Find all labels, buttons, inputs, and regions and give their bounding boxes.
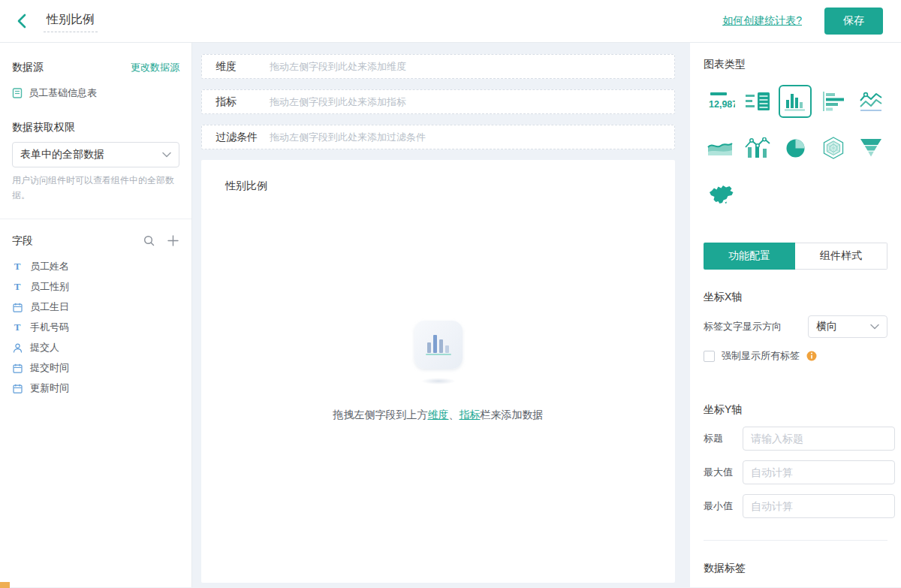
field-item[interactable]: T 员工性别: [12, 277, 179, 297]
field-item[interactable]: 更新时间: [12, 378, 179, 399]
field-item[interactable]: 提交时间: [12, 358, 179, 378]
change-datasource-link[interactable]: 更改数据源: [131, 61, 179, 74]
chart-type-horizontal-bar[interactable]: [817, 85, 850, 118]
bar-chart-icon: [784, 91, 806, 112]
corner-accent: [0, 582, 10, 588]
placeholder-shadow: [421, 378, 456, 384]
text-field-icon: T: [12, 322, 23, 333]
china-map-icon: [707, 183, 734, 206]
data-label-section-label: 数据标签: [704, 562, 887, 575]
tab-component-style[interactable]: 组件样式: [795, 243, 887, 270]
pie-chart-icon: [785, 138, 806, 158]
y-title-input[interactable]: [743, 427, 895, 451]
label-direction-select[interactable]: 横向: [808, 315, 887, 338]
field-item-label: 员工性别: [30, 280, 69, 294]
force-labels-checkbox[interactable]: [704, 351, 715, 362]
chart-type-bar[interactable]: [779, 85, 812, 118]
calendar-icon: [12, 302, 23, 312]
label-direction-label: 标签文字显示方向: [704, 320, 782, 333]
top-bar: 性别比例 如何创建统计表? 保存: [0, 0, 901, 43]
number-icon-text: 12,987: [709, 99, 735, 110]
search-icon: [143, 235, 155, 246]
y-axis-label: 坐标Y轴: [704, 403, 887, 417]
y-min-input[interactable]: [743, 494, 895, 518]
chart-type-label: 图表类型: [704, 58, 887, 71]
filter-label: 过滤条件: [215, 131, 270, 144]
chart-type-table[interactable]: [741, 85, 774, 118]
chart-canvas: 维度 拖动左侧字段到此处来添加维度 指标 拖动左侧字段到此处来添加指标 过滤条件…: [192, 43, 681, 587]
info-icon[interactable]: [806, 351, 817, 361]
chart-type-area[interactable]: [704, 131, 737, 164]
field-item[interactable]: 员工生日: [12, 297, 179, 318]
y-title-label: 标题: [704, 432, 743, 445]
add-field-button[interactable]: [166, 234, 179, 248]
datasource-table-name: 员工基础信息表: [29, 86, 97, 100]
tab-function-config[interactable]: 功能配置: [704, 243, 795, 270]
line-chart-icon: [859, 91, 883, 112]
chart-type-number[interactable]: 12,987: [704, 85, 737, 118]
funnel-chart-icon: [860, 138, 882, 158]
field-item[interactable]: T 手机号码: [12, 318, 179, 338]
label-direction-value: 横向: [816, 320, 837, 333]
chevron-left-icon: [16, 14, 28, 29]
search-field-button[interactable]: [142, 234, 155, 248]
x-axis-label: 坐标X轴: [704, 291, 887, 304]
chevron-down-icon: [162, 152, 171, 158]
chart-type-combo[interactable]: [741, 131, 774, 164]
text-field-icon: T: [12, 261, 23, 272]
field-item-label: 更新时间: [30, 381, 69, 395]
chart-type-funnel[interactable]: [854, 131, 887, 164]
config-panel: 图表类型 12,987: [690, 43, 901, 587]
combo-chart-icon: [744, 137, 771, 158]
y-max-label: 最大值: [704, 466, 743, 479]
permission-select[interactable]: 表单中的全部数据: [12, 142, 179, 167]
metric-label: 指标: [215, 95, 270, 109]
user-icon: [12, 342, 23, 353]
filter-placeholder: 拖动左侧字段到此处来添加过滤条件: [270, 131, 426, 144]
dimension-label: 维度: [215, 60, 270, 74]
datasource-table-row: 员工基础信息表: [12, 86, 179, 100]
metric-dropzone[interactable]: 指标 拖动左侧字段到此处来添加指标: [201, 89, 675, 114]
empty-chart-icon-box: [414, 321, 463, 369]
chart-type-pie[interactable]: [779, 131, 812, 164]
force-labels-label: 强制显示所有标签: [722, 349, 800, 363]
filter-dropzone[interactable]: 过滤条件 拖动左侧字段到此处来添加过滤条件: [201, 125, 675, 149]
force-labels-checkbox-row[interactable]: 强制显示所有标签: [704, 349, 887, 363]
empty-chart-hint: 拖拽左侧字段到上方维度、指标栏来添加数据: [333, 409, 544, 422]
number-card-icon: 12,987: [705, 90, 735, 113]
text-field-icon: T: [12, 282, 23, 292]
save-button[interactable]: 保存: [824, 8, 883, 35]
permission-description: 用户访问组件时可以查看组件中的全部数据。: [12, 173, 179, 204]
help-link[interactable]: 如何创建统计表?: [722, 14, 802, 28]
config-tabs: 功能配置 组件样式: [704, 243, 887, 270]
hint-prefix: 拖拽左侧字段到上方: [333, 409, 428, 421]
field-item-label: 员工生日: [30, 300, 69, 314]
show-data-label-text: 显示数据标签: [722, 586, 780, 587]
dimension-dropzone[interactable]: 维度 拖动左侧字段到此处来添加维度: [201, 54, 675, 79]
dimension-hint-link[interactable]: 维度: [428, 409, 449, 421]
plus-icon: [167, 235, 179, 246]
radar-chart-icon: [822, 137, 845, 159]
y-max-input[interactable]: [743, 460, 895, 484]
left-sidebar: 数据源 更改数据源 员工基础信息表 数据获取权限 表单中的全部数据 用户访问组件…: [0, 43, 192, 587]
sidebar-divider: [0, 219, 191, 219]
field-item[interactable]: T 员工姓名: [12, 257, 179, 277]
metric-hint-link[interactable]: 指标: [460, 409, 481, 421]
field-item-label: 员工姓名: [30, 260, 69, 273]
page-title[interactable]: 性别比例: [44, 11, 98, 32]
chart-type-china-map[interactable]: [704, 178, 737, 211]
show-data-label-row[interactable]: 显示数据标签: [704, 586, 887, 587]
back-button[interactable]: [12, 11, 32, 31]
bar-chart-placeholder-icon: [423, 332, 454, 357]
field-item[interactable]: 提交人: [12, 338, 179, 358]
chart-type-radar[interactable]: [817, 131, 850, 164]
panel-divider: [704, 540, 887, 541]
horizontal-bar-icon: [821, 91, 845, 112]
chevron-down-icon: [870, 324, 879, 330]
hint-separator: 、: [449, 409, 460, 421]
field-item-label: 手机号码: [30, 321, 69, 334]
hint-suffix: 栏来添加数据: [481, 409, 544, 421]
chart-type-line[interactable]: [854, 85, 887, 118]
form-sheet-icon: [12, 88, 23, 98]
calendar-icon: [12, 383, 23, 394]
